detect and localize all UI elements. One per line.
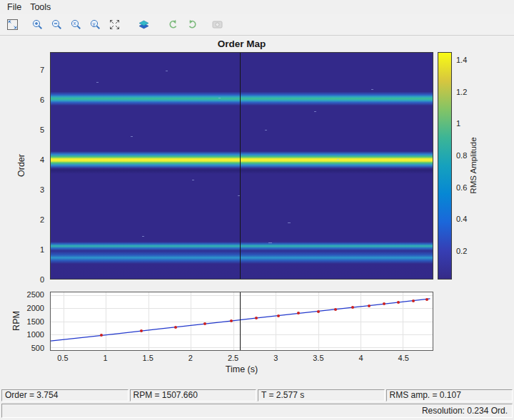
expand-axes-button[interactable]: [4, 16, 21, 34]
rotate-left-button[interactable]: [164, 16, 182, 34]
rpm-marker: [383, 302, 386, 305]
toolbar: x y: [0, 14, 514, 36]
noise-speck: [192, 180, 194, 180]
status-order: Order = 3.754: [1, 389, 128, 401]
rpm-marker: [230, 319, 233, 322]
zoom-out-button[interactable]: [48, 16, 66, 34]
rpm-tick-label: 1000: [27, 330, 44, 339]
restore-view-button[interactable]: [106, 16, 124, 34]
zoom-in-icon: [31, 19, 44, 31]
zoom-y-button[interactable]: y: [86, 16, 104, 34]
colorbar-label: RMS Amplitude: [469, 137, 478, 193]
order-map-yticks: 01234567: [30, 52, 47, 280]
rpm-marker: [334, 308, 337, 311]
rpm-marker: [174, 326, 177, 329]
rpm-plot[interactable]: [50, 292, 433, 351]
order-map-heatmap[interactable]: [50, 52, 433, 280]
noise-speck: [166, 71, 168, 71]
time-tick-label: 3: [273, 354, 278, 362]
order-tick-label: 4: [40, 155, 44, 164]
status-rpm: RPM = 1507.660: [130, 389, 257, 401]
time-axis-label: Time (s): [50, 364, 433, 374]
time-tick-label: 2.5: [228, 354, 238, 362]
rpm-marker: [297, 312, 300, 314]
rpm-marker: [100, 334, 103, 337]
rpm-marker: [140, 329, 143, 332]
colormap-button[interactable]: [135, 16, 153, 34]
svg-text:y: y: [93, 21, 96, 26]
noise-speck: [268, 242, 272, 243]
time-tick-label: 1.5: [143, 354, 153, 362]
rpm-xticks: 0.511.522.533.544.5: [50, 354, 433, 363]
noise-speck: [265, 130, 267, 130]
colorbar-tick-label: 0.2: [456, 247, 467, 255]
resolution-bar: Resolution: 0.234 Ord.: [1, 404, 513, 418]
noise-speck: [371, 89, 373, 90]
rpm-axis-label: RPM: [11, 311, 21, 331]
rpm-marker: [317, 310, 320, 313]
rpm-marker: [425, 298, 428, 301]
rotate-right-button[interactable]: [183, 16, 201, 34]
menu-tools[interactable]: Tools: [26, 1, 55, 13]
zoom-y-icon: y: [89, 19, 101, 31]
rpm-cursor-line: [240, 292, 241, 350]
zoom-x-button[interactable]: x: [67, 16, 85, 34]
rpm-line: [51, 292, 433, 350]
rpm-tick-label: 2000: [27, 304, 44, 312]
noise-speck: [288, 222, 291, 223]
rpm-yticks: 5001000150020002500: [24, 292, 47, 351]
order-tick-label: 3: [40, 185, 44, 194]
time-tick-label: 1: [103, 354, 107, 362]
menubar: File Tools: [0, 0, 514, 14]
rotate-left-icon: [167, 19, 179, 31]
noise-speck: [142, 236, 144, 237]
time-tick-label: 4.5: [398, 354, 409, 362]
order-tick-label: 5: [40, 126, 44, 134]
rpm-marker: [255, 317, 258, 319]
menu-file[interactable]: File: [3, 1, 26, 13]
rpm-tick-label: 2500: [27, 290, 44, 299]
colorbar[interactable]: [438, 52, 452, 280]
zoom-out-icon: [51, 19, 63, 31]
colorbar-tick-label: 0.8: [456, 151, 467, 160]
order-tick-label: 0: [40, 275, 44, 284]
status-bar: Order = 3.754 RPM = 1507.660 T = 2.577 s…: [1, 389, 513, 401]
rpm-marker: [368, 304, 371, 307]
noise-speck: [218, 98, 221, 98]
colorbar-tick-label: 1.2: [456, 88, 467, 96]
time-tick-label: 2: [188, 354, 193, 362]
colormap-icon: [138, 19, 150, 31]
time-cursor-line[interactable]: [240, 53, 241, 279]
zoom-x-icon: x: [70, 19, 82, 31]
rpm-marker: [277, 314, 280, 317]
noise-speck: [337, 159, 339, 160]
colorbar-tick-label: 1: [456, 119, 460, 128]
order-tick-label: 6: [40, 96, 44, 104]
rpm-marker: [412, 299, 415, 302]
zoom-in-button[interactable]: [29, 16, 46, 34]
order-tick-label: 2: [40, 215, 44, 224]
time-tick-label: 0.5: [57, 354, 68, 362]
rotate-right-icon: [186, 19, 198, 31]
rpm-marker: [351, 306, 354, 309]
time-tick-label: 4: [358, 354, 363, 362]
status-time: T = 2.577 s: [258, 389, 385, 401]
time-tick-label: 3.5: [313, 354, 323, 362]
expand-icon: [6, 19, 19, 31]
colorbar-tick-label: 0.6: [456, 183, 467, 192]
rpm-marker: [203, 322, 206, 325]
snapshot-button: [208, 16, 226, 34]
noise-speck: [131, 136, 133, 137]
order-axis-label: Order: [16, 154, 26, 177]
order-map-title: Order Map: [50, 39, 433, 49]
svg-text:x: x: [74, 21, 76, 26]
snapshot-icon: [211, 19, 223, 31]
order-tick-label: 7: [40, 66, 44, 74]
colorbar-tick-label: 1.4: [456, 56, 467, 64]
noise-speck: [96, 82, 99, 83]
order-tick-label: 1: [40, 245, 44, 254]
restore-view-icon: [109, 19, 121, 31]
rpm-tick-label: 500: [31, 344, 44, 352]
rpm-tick-label: 1500: [27, 317, 44, 326]
noise-speck: [238, 195, 240, 196]
